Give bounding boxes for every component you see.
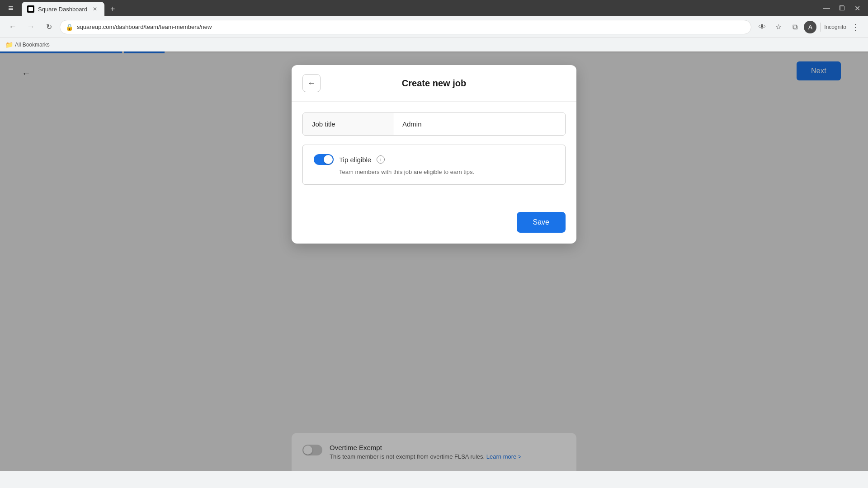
tab-list-button[interactable] xyxy=(4,1,18,15)
back-nav-button[interactable]: ← xyxy=(5,20,20,34)
minimize-button[interactable]: — xyxy=(819,1,834,15)
close-window-button[interactable]: ✕ xyxy=(850,1,864,15)
tab-close-button[interactable]: ✕ xyxy=(91,5,99,13)
active-tab[interactable]: Square Dashboard ✕ xyxy=(22,2,104,16)
bookmark-star-button[interactable]: ☆ xyxy=(771,20,786,34)
svg-rect-0 xyxy=(28,7,33,11)
forward-nav-button[interactable]: → xyxy=(24,20,38,34)
dialog-body: Job title Tip eligible i Team members wi… xyxy=(292,102,576,205)
menu-button[interactable]: ⋮ xyxy=(848,20,863,34)
new-tab-button[interactable]: + xyxy=(106,3,119,15)
modal-overlay: ← Create new job Job title xyxy=(0,52,868,471)
incognito-label: Incognito xyxy=(824,24,846,30)
job-title-row: Job title xyxy=(302,113,566,136)
tip-eligible-header: Tip eligible i xyxy=(314,154,554,165)
dialog-header: ← Create new job xyxy=(292,65,576,102)
job-title-label: Job title xyxy=(303,113,393,135)
job-title-input[interactable] xyxy=(393,113,565,135)
dialog-title: Create new job xyxy=(328,78,540,89)
bookmarks-label[interactable]: All Bookmarks xyxy=(15,42,50,48)
tab-label: Square Dashboard xyxy=(38,6,87,13)
toggle-knob xyxy=(324,155,333,164)
lock-icon: 🔒 xyxy=(66,23,73,31)
extension-button[interactable]: ⧉ xyxy=(788,20,802,34)
reload-button[interactable]: ↻ xyxy=(42,20,56,34)
create-job-dialog: ← Create new job Job title xyxy=(292,65,576,244)
tip-eligible-toggle[interactable] xyxy=(314,154,334,165)
dialog-back-button[interactable]: ← xyxy=(302,74,321,92)
save-button[interactable]: Save xyxy=(517,212,566,233)
url-text: squareup.com/dashboard/team/team-members… xyxy=(77,23,745,30)
eye-slash-icon[interactable]: 👁 xyxy=(755,20,769,34)
toolbar-divider xyxy=(820,23,821,32)
dialog-footer: Save xyxy=(292,205,576,244)
page-content: Overtime Exempt This team member is not … xyxy=(0,52,868,471)
profile-button[interactable]: A xyxy=(804,21,816,33)
bookmarks-folder-icon: 📁 xyxy=(5,41,13,48)
tip-eligible-label: Tip eligible xyxy=(339,156,371,164)
tip-info-icon[interactable]: i xyxy=(377,155,385,164)
tip-eligible-box: Tip eligible i Team members with this jo… xyxy=(302,145,566,185)
address-bar[interactable]: 🔒 squareup.com/dashboard/team/team-membe… xyxy=(60,20,751,34)
tab-favicon xyxy=(27,5,34,13)
restore-button[interactable]: ⧠ xyxy=(835,1,849,15)
tip-eligible-desc: Team members with this job are eligible … xyxy=(314,169,554,175)
